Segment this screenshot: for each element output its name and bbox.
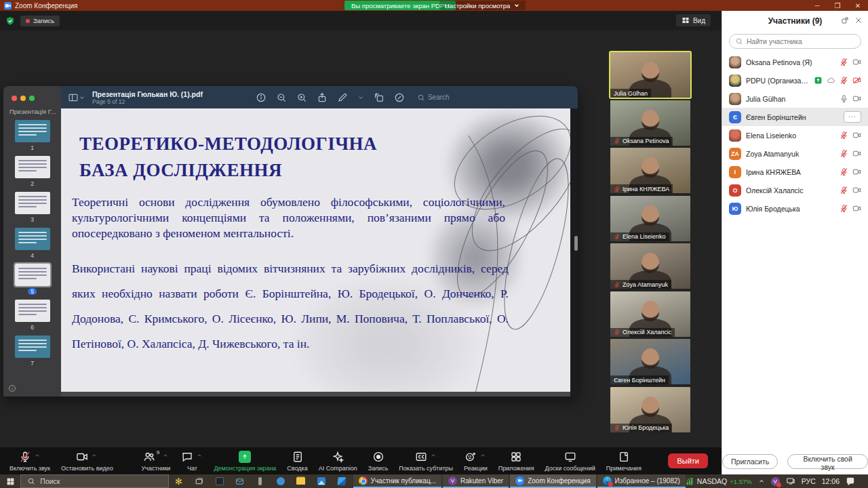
mic-muted-icon[interactable] <box>840 204 848 213</box>
participant-row[interactable]: Julia Gülhan <box>722 89 868 108</box>
security-shield-icon[interactable] <box>5 16 15 26</box>
slide-thumbnail-image[interactable] <box>15 192 50 214</box>
leave-meeting-button[interactable]: Выйти <box>668 453 708 468</box>
control-share-screen[interactable]: Демонстрация экрана <box>208 451 281 472</box>
camera-icon[interactable] <box>852 131 861 140</box>
control-reactions[interactable]: Реакции <box>458 451 493 472</box>
slide-thumbnail-image[interactable] <box>15 336 50 358</box>
camera-icon[interactable] <box>852 204 861 213</box>
task-view-icon[interactable] <box>189 474 210 488</box>
language-indicator[interactable]: РУС <box>802 477 816 485</box>
control-notes[interactable]: Примечания <box>601 451 647 472</box>
chevron-down-icon[interactable] <box>79 94 85 101</box>
participant-video[interactable]: Elena Liseienko <box>610 196 690 241</box>
participant-row[interactable]: ЮЮлія Бродецька <box>722 199 868 218</box>
slide-thumbnail[interactable]: 7 <box>3 336 61 367</box>
zoom-in-icon[interactable] <box>296 92 307 103</box>
sidebar-info-icon[interactable] <box>8 384 16 392</box>
slide-thumbnail[interactable]: 3 <box>3 192 61 223</box>
mac-close-icon[interactable] <box>12 96 17 101</box>
taskbar-task-browser[interactable]: Избранное – (19082) <box>597 474 686 488</box>
close-panel-icon[interactable] <box>854 16 863 24</box>
mac-minimize-icon[interactable] <box>20 96 26 101</box>
mic-muted-icon[interactable] <box>840 149 848 158</box>
slide-thumbnail-image[interactable] <box>15 120 50 142</box>
photos-icon[interactable] <box>311 474 332 488</box>
participant-row[interactable]: Elena Liseienko <box>722 126 868 144</box>
chevron-down-icon[interactable] <box>357 94 364 101</box>
slide-thumbnail[interactable]: 4 <box>3 228 61 259</box>
rotate-icon[interactable] <box>374 92 384 103</box>
participant-search[interactable] <box>729 34 861 49</box>
clock[interactable]: 12:06 <box>822 477 840 485</box>
recording-indicator[interactable]: Запись <box>20 16 60 26</box>
control-ai-companion[interactable]: AI Companion <box>313 451 363 472</box>
control-mic-muted[interactable]: Включить звук <box>4 451 56 472</box>
participant-video[interactable]: Євген Борінштейн <box>610 339 690 384</box>
flower-icon[interactable]: ✻ <box>169 474 189 488</box>
gray-app-icon[interactable] <box>250 474 271 488</box>
participant-video[interactable]: Julia Gülhan <box>610 52 690 98</box>
camera-icon[interactable] <box>852 58 861 66</box>
control-whiteboard[interactable]: Доски сообщений <box>540 451 601 472</box>
slide-page[interactable]: ТЕОРЕТИКО-МЕТОДОЛОГІЧНА БАЗА ДОСЛІДЖЕННЯ… <box>61 108 570 392</box>
slide-thumbnail[interactable]: 6 <box>3 300 61 331</box>
blue-flag-icon[interactable] <box>332 474 352 488</box>
control-summary[interactable]: Сводка <box>281 451 313 472</box>
mac-zoom-icon[interactable] <box>29 96 35 101</box>
mail-icon[interactable] <box>230 474 250 488</box>
participant-video[interactable]: Ірина КНЯЖЕВА <box>610 148 690 193</box>
network-display-icon[interactable] <box>786 476 795 486</box>
participant-video[interactable]: Юлія Бродецька <box>610 387 690 432</box>
control-camera[interactable]: Остановить видео <box>56 451 119 472</box>
invite-button[interactable]: Пригласить <box>722 454 778 469</box>
control-chat[interactable]: Чат <box>176 451 208 472</box>
view-mode-button[interactable]: Вид <box>676 14 711 26</box>
maximize-button[interactable]: ❐ <box>827 0 848 11</box>
info-icon[interactable] <box>256 92 267 103</box>
action-center-icon[interactable] <box>846 476 855 486</box>
participant-video[interactable]: Zoya Atamanyuk <box>610 243 690 289</box>
slide-thumbnail[interactable]: 1 <box>3 120 61 151</box>
participant-search-input[interactable] <box>747 37 855 45</box>
chevron-up-icon[interactable] <box>91 452 98 459</box>
folder-icon[interactable] <box>291 474 311 488</box>
taskbar-task-chrome[interactable]: Участник публикац... <box>353 474 441 488</box>
stock-ticker-widget[interactable]: NASDAQ +1.57% <box>686 477 752 486</box>
control-participants[interactable]: 9Участники <box>136 451 176 472</box>
participant-video[interactable]: Oksana Petinova <box>610 100 690 146</box>
start-button[interactable] <box>0 474 20 488</box>
pdf-scrollbar[interactable] <box>574 236 578 251</box>
unmute-self-button[interactable]: Включить свой звук <box>787 454 868 469</box>
chevron-up-icon[interactable] <box>196 452 203 459</box>
sidebar-toggle-icon[interactable] <box>68 92 79 103</box>
participant-row[interactable]: ZAZoya Atamanyuk <box>722 144 868 163</box>
control-record[interactable]: Запись <box>363 451 394 472</box>
share-icon[interactable] <box>317 92 328 103</box>
mic-muted-icon[interactable] <box>840 76 848 85</box>
chevron-up-icon[interactable] <box>162 452 169 459</box>
taskbar-search-box[interactable]: Поиск <box>20 474 168 488</box>
slide-thumbnail-image[interactable] <box>15 228 50 250</box>
minimize-button[interactable]: ─ <box>807 0 827 11</box>
pencil-icon[interactable] <box>337 92 348 103</box>
mic-muted-icon[interactable] <box>840 167 848 176</box>
taskbar-task-zoom[interactable]: Zoom Конференция <box>510 474 595 488</box>
camera-icon[interactable] <box>852 186 861 195</box>
slide-thumbnail-image[interactable] <box>15 156 50 178</box>
document-search-field[interactable]: Search <box>417 94 450 102</box>
participant-row[interactable]: Oksana Petinova (Я) <box>722 53 868 71</box>
control-captions[interactable]: Показать субтитры <box>393 451 458 472</box>
participant-row[interactable]: ООлексій Халапсіс <box>722 181 868 199</box>
control-apps[interactable]: Приложения <box>493 451 540 472</box>
view-settings-button[interactable]: Настройки просмотра <box>439 1 526 10</box>
marker-icon[interactable] <box>394 92 405 103</box>
taskbar-task-viber[interactable]: VRakuten Viber <box>443 474 509 488</box>
participant-row[interactable]: ІІрина КНЯЖЕВА <box>722 163 868 181</box>
slide-thumbnail-image[interactable] <box>15 264 50 286</box>
camera-blocked-icon[interactable] <box>852 76 861 85</box>
slide-thumbnail-image[interactable] <box>15 300 50 322</box>
participant-row[interactable]: PDPU (Организатор) <box>722 71 868 89</box>
tray-expand-icon[interactable] <box>758 478 765 485</box>
mic-muted-icon[interactable] <box>840 186 848 195</box>
